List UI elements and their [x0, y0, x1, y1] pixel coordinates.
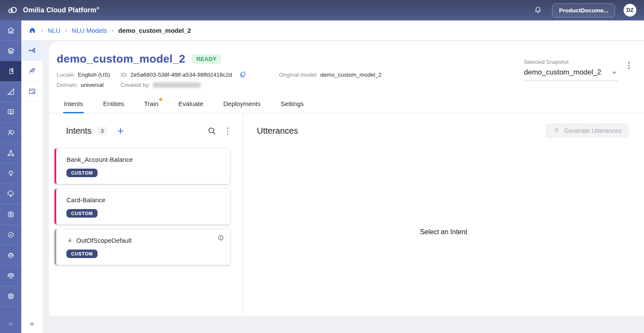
lock-icon	[66, 237, 73, 244]
home-icon	[6, 26, 15, 35]
tab-train[interactable]: Train	[143, 95, 159, 113]
user-avatar[interactable]: DZ	[624, 4, 636, 17]
nlu-block-icon	[6, 67, 15, 76]
sidebar-item-user-sync[interactable]	[0, 122, 21, 143]
breadcrumb-current-page: demo_custom_model_2	[118, 27, 191, 34]
sidebar-item-network[interactable]	[0, 143, 21, 163]
cloud-lines-icon	[6, 189, 15, 198]
meta-id: ID: 2e5a6803-538f-4f8f-a534-98ffd2418c2d	[121, 71, 279, 78]
snapshot-selector: Selected Snapshot demo_custom_model_2	[524, 59, 618, 81]
subnav-spacer	[21, 102, 43, 314]
sidebar-item-measure[interactable]	[0, 81, 21, 102]
app-root: Omilia Cloud Platform® ProductDocume... …	[0, 0, 644, 333]
model-metadata: Locale: English (US) ID: 2e5a6803-538f-4…	[57, 71, 524, 88]
chevron-right-icon: ›	[65, 27, 67, 34]
breadcrumb-home-icon[interactable]	[29, 26, 36, 34]
generate-utterances-button[interactable]: Generate Utterances	[546, 123, 629, 138]
chevron-down-icon	[610, 69, 618, 76]
sidebar-item-nlu[interactable]	[0, 61, 21, 81]
sidebar-item-compliance[interactable]	[0, 224, 21, 245]
intents-count-badge: 3	[97, 127, 107, 135]
subnav-item-rocket[interactable]	[21, 61, 43, 81]
brand-title: Omilia Cloud Platform®	[23, 6, 99, 14]
sidebar-item-legal[interactable]	[0, 265, 21, 286]
tab-intents[interactable]: Intents	[63, 95, 84, 113]
sidebar-item-home[interactable]	[0, 20, 21, 40]
topbar-right-group: ProductDocume... DZ	[532, 3, 636, 17]
tab-entities[interactable]: Entities	[102, 95, 125, 113]
primary-sidebar: »	[0, 20, 21, 333]
content-area: demo_custom_model_2 READY Locale: Englis…	[43, 40, 644, 333]
utterances-panel: Utterances Generate Utterances Select an…	[243, 113, 644, 316]
intent-name: OutOfScopeDefault	[76, 237, 132, 244]
snapshot-label: Selected Snapshot	[524, 59, 618, 65]
sidebar-item-layers[interactable]	[0, 40, 21, 61]
intents-panel: Intents 3 +	[49, 113, 243, 316]
subnav-item-form-check[interactable]	[21, 81, 43, 102]
intent-name: Bank_Account-Balance	[66, 156, 133, 163]
status-badge-ready: READY	[192, 54, 221, 64]
brand-registered-mark: ®	[96, 6, 99, 11]
snapshot-dropdown[interactable]: demo_custom_model_2	[524, 68, 618, 81]
intent-card-out-of-scope-default[interactable]: OutOfScopeDefault CUSTOM	[55, 229, 230, 265]
notifications-bell-icon[interactable]	[532, 5, 543, 16]
lifebuoy-icon	[6, 292, 15, 301]
model-actions-kebab-menu[interactable]	[627, 59, 632, 72]
badge-check-icon	[6, 230, 15, 239]
sidebar-collapse-chevrons-icon[interactable]: »	[0, 314, 21, 333]
meta-domain: Domain: universal	[57, 82, 121, 88]
intent-card-card-balance[interactable]: Card-Balance CUSTOM	[55, 189, 230, 224]
intents-panel-header: Intents 3 +	[66, 125, 230, 137]
intents-list: Bank_Account-Balance CUSTOM Card-Balance	[49, 143, 243, 270]
product-documentation-button[interactable]: ProductDocume...	[552, 3, 615, 17]
tab-settings[interactable]: Settings	[280, 95, 305, 113]
intent-name: Card-Balance	[66, 196, 106, 204]
set-square-icon	[6, 87, 15, 96]
scale-balance-icon	[6, 271, 15, 280]
empty-state-text: Select an Intent	[243, 228, 644, 236]
page-title: demo_custom_model_2	[57, 52, 185, 66]
chat-bars-icon	[6, 108, 15, 117]
search-icon[interactable]	[207, 126, 217, 136]
lightbulb-icon	[553, 127, 560, 134]
utterances-panel-header: Utterances Generate Utterances	[257, 123, 629, 138]
tab-evaluate[interactable]: Evaluate	[178, 95, 204, 113]
breadcrumb-link-nlu-models[interactable]: NLU Models	[72, 27, 107, 34]
intent-type-badge: CUSTOM	[66, 169, 98, 177]
user-sync-icon	[6, 128, 15, 137]
add-intent-button[interactable]: +	[118, 126, 124, 135]
model-card: demo_custom_model_2 READY Locale: Englis…	[49, 41, 644, 316]
intent-type-badge: CUSTOM	[66, 250, 98, 258]
sidebar-item-admin[interactable]	[0, 204, 21, 224]
utterances-panel-title: Utterances	[257, 126, 298, 136]
sidebar-item-support[interactable]	[0, 286, 21, 306]
sidebar-spacer	[0, 306, 21, 314]
subnav-collapse-chevrons-icon[interactable]: »	[21, 314, 43, 333]
sidebar-item-agents[interactable]	[0, 245, 21, 265]
breadcrumb-link-nlu[interactable]: NLU	[48, 27, 60, 34]
train-notification-dot	[159, 98, 162, 101]
sidebar-item-insights[interactable]	[0, 163, 21, 184]
info-icon[interactable]	[217, 234, 224, 241]
intents-list-kebab-menu[interactable]	[225, 125, 230, 137]
rocket-icon	[28, 66, 37, 75]
omilia-cloud-logo-icon	[6, 5, 19, 16]
model-header: demo_custom_model_2 READY Locale: Englis…	[49, 41, 644, 88]
sidebar-item-cloud-services[interactable]	[0, 184, 21, 204]
intent-card-bank-account-balance[interactable]: Bank_Account-Balance CUSTOM	[55, 148, 230, 184]
sidebar-item-announcements[interactable]	[0, 102, 21, 122]
chevron-right-icon: ›	[41, 27, 43, 34]
meta-created-by: Created by:	[121, 82, 279, 88]
created-by-redacted-value	[153, 82, 201, 88]
network-nodes-icon	[6, 149, 15, 158]
tab-deployments[interactable]: Deployments	[222, 95, 262, 113]
meta-locale: Locale: English (US)	[57, 72, 121, 78]
intent-type-badge: CUSTOM	[66, 209, 98, 218]
meta-original-model: Original model: demo_custom_model_2	[279, 72, 524, 78]
lightbulb-icon	[6, 169, 15, 178]
chevron-right-icon: ›	[112, 27, 114, 34]
tree-branch-icon	[28, 46, 37, 55]
subnav-item-nlu-models[interactable]	[21, 40, 43, 61]
copy-id-icon[interactable]	[239, 71, 247, 78]
intents-panel-title: Intents	[66, 126, 92, 136]
